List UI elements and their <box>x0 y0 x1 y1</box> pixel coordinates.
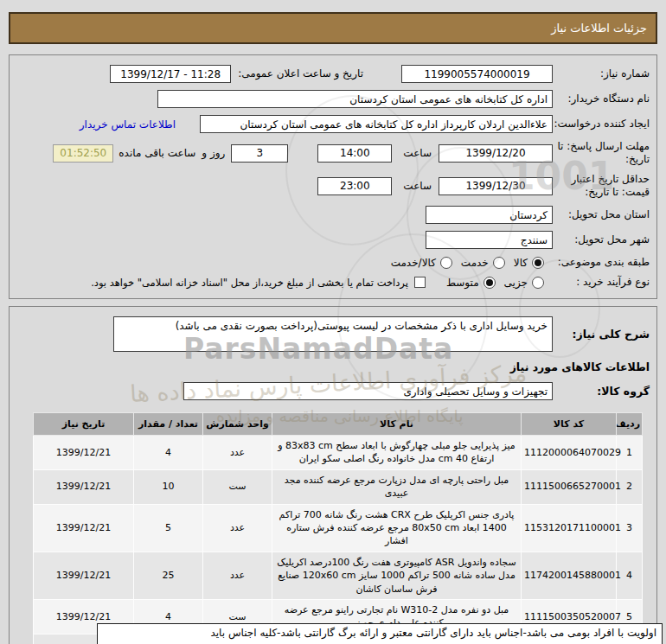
days-label: روز و <box>202 147 225 159</box>
cell-item-name: مبل راحتی پارچه ای مدل دزپارت مرجع عرضه … <box>272 469 522 504</box>
service-radio-label: خدمت <box>461 257 489 269</box>
province-input[interactable]: کردستان <box>426 206 553 224</box>
deadline-label: مهلت ارسال پاسخ: تا تاریخ: <box>553 140 650 166</box>
deadline-date-input[interactable]: 1399/12/20 <box>439 144 553 163</box>
validity-hour-label: ساعت <box>398 180 432 192</box>
footer-note-box[interactable]: اولویت با افراد بومی می باشد-اجناس باید … <box>97 623 663 644</box>
days-remaining-value: 3 <box>231 144 288 163</box>
item-group-label: گروه کالا: <box>553 385 650 399</box>
items-panel: شرح کلی نیاز: خرید وسایل اداری با ذکر مش… <box>9 306 657 644</box>
buyer-org-label: نام دستگاه خریدار: <box>553 92 650 105</box>
classification-label: طبقه بندی موضوعی: <box>553 256 650 269</box>
col-item-code: کد کالا <box>522 413 617 436</box>
cell-need-date: 1399/12/21 <box>34 552 134 599</box>
option-service: خدمت <box>461 257 505 269</box>
row-province: استان محل تحویل: کردستان <box>16 206 650 224</box>
row-creator: ایجاد کننده درخواست: علاءالدین اردلان کا… <box>16 115 650 133</box>
row-deadline: مهلت ارسال پاسخ: تا تاریخ: 1399/12/20 سا… <box>16 140 650 166</box>
row-description: شرح کلی نیاز: خرید وسایل اداری با ذکر مش… <box>16 316 650 352</box>
treasury-checkbox[interactable] <box>414 277 426 288</box>
row-price-validity: حداقل تاریخ اعتبار قیمت: تا تاریخ: 1399/… <box>16 173 650 199</box>
medium-radio-label: متوسط <box>446 277 479 289</box>
cell-unit: عدد <box>203 436 272 470</box>
col-need-date: تاریخ نیاز <box>34 413 134 436</box>
option-goods: کالا <box>514 257 544 269</box>
deadline-hour-label: ساعت <box>398 147 432 159</box>
row-process-type: نوع فرآیند خرید : جزیی متوسط پرداخت تمام… <box>16 276 650 289</box>
cell-unit: ست <box>203 469 272 504</box>
cell-quantity: 25 <box>134 552 203 599</box>
cell-item-name: پادری جنس اکریلیک طرح CRX هشت رنگ شانه 7… <box>272 504 522 552</box>
cell-item-code: 1174200145880001 <box>522 552 617 599</box>
cell-item-code: 1153120171100001 <box>522 504 617 552</box>
col-item-name: نام کالا <box>272 413 522 436</box>
option-medium: متوسط <box>446 277 496 289</box>
city-label: شهر محل تحویل: <box>553 233 650 246</box>
items-table: ردیف کد کالا نام کالا واحد شمارش تعداد /… <box>33 412 643 644</box>
col-row-number: ردیف <box>617 413 643 436</box>
table-row: 2 1111500665270001 مبل راحتی پارچه ای مد… <box>34 469 643 504</box>
countdown-label: ساعت باقی مانده <box>118 147 195 159</box>
cell-unit: عدد <box>203 552 272 599</box>
page-title: جزئیات اطلاعات نیاز <box>9 12 657 44</box>
cell-item-name: میز پذیرایی جلو مبلی چهارگوش با ابعاد سط… <box>272 436 522 470</box>
announce-label: تاریخ و ساعت اعلان عمومی: <box>238 67 363 80</box>
row-classification: طبقه بندی موضوعی: کالا خدمت کالا/خدمت <box>16 256 650 269</box>
cell-need-date: 1399/12/21 <box>34 469 134 504</box>
buyer-contact-link[interactable]: اطلاعات تماس خریدار <box>80 118 176 131</box>
goods-service-radio[interactable] <box>440 257 452 269</box>
col-quantity: تعداد / مقدار <box>134 413 203 436</box>
items-table-header-row: ردیف کد کالا نام کالا واحد شمارش تعداد /… <box>34 413 643 436</box>
cell-need-date: 1399/12/21 <box>34 504 134 552</box>
items-section-title: اطلاعات کالاهای مورد نیاز <box>16 360 650 373</box>
col-unit: واحد شمارش <box>203 413 272 436</box>
row-item-group: گروه کالا: تجهیزات و وسایل تحصیلی واداری <box>16 382 650 400</box>
cell-item-code: 1111500665270001 <box>522 469 617 504</box>
creator-label: ایجاد کننده درخواست: <box>553 118 650 131</box>
option-goods-service: کالا/خدمت <box>391 257 452 269</box>
cell-unit: عدد <box>203 504 272 552</box>
city-input[interactable]: سنندج <box>426 231 553 249</box>
cell-item-name: سجاده واندویل ASR کامپیوتری هفت رنگ 100د… <box>272 552 522 599</box>
request-info-panel: شماره نیاز: 1199005574000019 تاریخ و ساع… <box>9 54 657 299</box>
buyer-org-input[interactable]: اداره کل کتابخانه های عمومی استان کردستا… <box>157 90 553 108</box>
creator-input[interactable]: علاءالدین اردلان کارپرداز اداره کل کتابخ… <box>200 115 553 133</box>
minor-radio-label: جزیی <box>504 277 528 289</box>
row-city: شهر محل تحویل: سنندج <box>16 231 650 249</box>
cell-quantity: 5 <box>134 504 203 552</box>
table-row: 3 1153120171100001 پادری جنس اکریلیک طرح… <box>34 504 643 552</box>
description-label: شرح کلی نیاز: <box>553 328 650 341</box>
row-buyer-org: نام دستگاه خریدار: اداره کل کتابخانه های… <box>16 90 650 108</box>
minor-radio[interactable] <box>532 277 544 289</box>
item-group-input[interactable]: تجهیزات و وسایل تحصیلی واداری <box>183 382 553 400</box>
province-label: استان محل تحویل: <box>553 208 650 221</box>
cell-quantity: 4 <box>134 436 203 470</box>
countdown-timer: 01:52:50 <box>53 144 113 163</box>
description-input[interactable]: خرید وسایل اداری با ذکر مشخصات در لیست پ… <box>113 316 553 352</box>
goods-radio[interactable] <box>532 257 544 269</box>
need-number-input[interactable]: 1199005574000019 <box>401 65 553 83</box>
process-type-label: نوع فرآیند خرید : <box>553 276 650 289</box>
goods-service-radio-label: کالا/خدمت <box>391 257 436 269</box>
cell-need-date: 1399/12/21 <box>34 436 134 470</box>
table-row: 1 1112000064070029 میز پذیرایی جلو مبلی … <box>34 436 643 470</box>
table-row: 4 1174200145880001 سجاده واندویل ASR کام… <box>34 552 643 599</box>
validity-date-input[interactable]: 1399/12/30 <box>439 177 553 195</box>
need-number-label: شماره نیاز: <box>553 67 650 80</box>
option-minor: جزیی <box>504 277 544 289</box>
cell-item-code: 1112000064070029 <box>522 436 617 470</box>
row-need-number: شماره نیاز: 1199005574000019 تاریخ و ساع… <box>16 65 650 83</box>
cell-quantity: 10 <box>134 469 203 504</box>
validity-label: حداقل تاریخ اعتبار قیمت: تا تاریخ: <box>553 173 650 199</box>
medium-radio[interactable] <box>483 277 496 289</box>
deadline-time-input[interactable]: 14:00 <box>317 144 392 163</box>
announce-datetime-input[interactable]: 1399/12/17 - 11:28 <box>110 65 231 83</box>
service-radio[interactable] <box>493 257 505 269</box>
treasury-label: پرداخت تمام یا بخشی از مبلغ خرید،از محل … <box>91 277 408 289</box>
goods-radio-label: کالا <box>514 257 528 269</box>
validity-time-input[interactable]: 23:00 <box>317 177 392 195</box>
